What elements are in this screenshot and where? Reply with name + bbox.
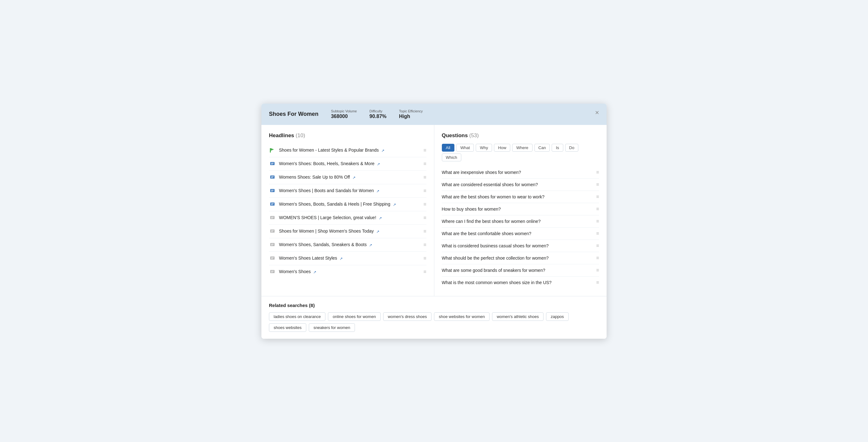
question-text: Where can I find the best shoes for wome… xyxy=(442,219,593,224)
svg-rect-22 xyxy=(271,245,273,245)
external-link[interactable]: ↗ xyxy=(313,270,316,274)
headline-text: Shoes for Women | Shop Women's Shoes Tod… xyxy=(279,229,420,234)
headline-item: WOMEN'S SHOES | Large Selection, great v… xyxy=(269,211,427,225)
question-text: What are considered essential shoes for … xyxy=(442,182,593,187)
close-button[interactable]: × xyxy=(593,109,601,117)
external-link[interactable]: ↗ xyxy=(377,162,380,166)
drag-handle-icon[interactable]: ≡ xyxy=(596,255,599,261)
drag-handle-icon[interactable]: ≡ xyxy=(596,194,599,200)
drag-handle-icon[interactable]: ≡ xyxy=(596,280,599,285)
headline-text: Women's Shoes, Boots, Sandals & Heels | … xyxy=(279,202,420,207)
related-tag[interactable]: zappos xyxy=(546,312,569,321)
related-tag[interactable]: online shoes for women xyxy=(328,312,380,321)
external-link[interactable]: ↗ xyxy=(393,203,396,207)
headline-icon xyxy=(269,214,276,221)
modal-container: Shoes For Women Subtopic Volume 368000 D… xyxy=(261,104,607,339)
headline-text: WOMEN'S SHOES | Large Selection, great v… xyxy=(279,215,420,220)
headline-text: Women's Shoes Latest Styles ↗ xyxy=(279,256,420,261)
related-tag[interactable]: women's athletic shoes xyxy=(492,312,544,321)
drag-handle-icon[interactable]: ≡ xyxy=(596,243,599,248)
filter-tab-do[interactable]: Do xyxy=(565,144,579,152)
headlines-count: (10) xyxy=(296,132,305,139)
question-item: What are inexpensive shoes for women? ≡ xyxy=(442,166,599,179)
related-title: Related searches (8) xyxy=(269,303,599,308)
svg-rect-16 xyxy=(271,218,273,218)
drag-handle-icon[interactable]: ≡ xyxy=(423,242,426,248)
question-text: What is considered business casual shoes… xyxy=(442,243,593,248)
headline-icon xyxy=(269,147,276,154)
drag-handle-icon[interactable]: ≡ xyxy=(423,161,426,167)
svg-rect-23 xyxy=(270,257,275,260)
modal-title: Shoes For Women xyxy=(269,111,318,117)
external-link[interactable]: ↗ xyxy=(381,148,384,153)
headlines-list: Shoes for Women - Latest Styles & Popula… xyxy=(269,144,427,278)
headline-item: Women's Shoes, Sandals, Sneakers & Boots… xyxy=(269,238,427,252)
external-link[interactable]: ↗ xyxy=(376,230,379,234)
svg-rect-28 xyxy=(271,272,273,272)
headline-text: Women's Shoes, Sandals, Sneakers & Boots… xyxy=(279,242,420,247)
drag-handle-icon[interactable]: ≡ xyxy=(423,188,426,194)
drag-handle-icon[interactable]: ≡ xyxy=(423,269,426,275)
drag-handle-icon[interactable]: ≡ xyxy=(596,182,599,187)
svg-rect-11 xyxy=(270,203,275,206)
external-link[interactable]: ↗ xyxy=(340,257,343,261)
drag-handle-icon[interactable]: ≡ xyxy=(423,256,426,261)
headline-icon xyxy=(269,187,276,194)
filter-tab-is[interactable]: Is xyxy=(552,144,563,152)
filter-tab-all[interactable]: All xyxy=(442,144,455,152)
filter-tab-which[interactable]: Which xyxy=(442,153,461,161)
related-tag[interactable]: shoe websites for women xyxy=(434,312,490,321)
external-link[interactable]: ↗ xyxy=(376,189,379,194)
svg-rect-21 xyxy=(271,244,274,244)
question-item: What is the most common women shoes size… xyxy=(442,276,599,289)
headlines-title: Headlines (10) xyxy=(269,132,427,139)
headline-icon xyxy=(269,268,276,275)
headline-icon xyxy=(269,201,276,208)
modal-header: Shoes For Women Subtopic Volume 368000 D… xyxy=(261,104,607,125)
svg-rect-27 xyxy=(271,271,274,271)
external-link[interactable]: ↗ xyxy=(379,216,382,220)
svg-rect-14 xyxy=(270,216,275,219)
drag-handle-icon[interactable]: ≡ xyxy=(423,215,426,221)
headline-item: Women's Shoes ↗ ≡ xyxy=(269,265,427,278)
external-link[interactable]: ↗ xyxy=(369,243,372,247)
svg-rect-8 xyxy=(270,189,275,192)
svg-rect-10 xyxy=(271,191,273,191)
svg-rect-2 xyxy=(270,162,275,165)
filter-tab-why[interactable]: Why xyxy=(476,144,492,152)
headline-text: Women's Shoes: Boots, Heels, Sneakers & … xyxy=(279,161,420,166)
filter-tab-how[interactable]: How xyxy=(494,144,510,152)
drag-handle-icon[interactable]: ≡ xyxy=(596,170,599,175)
related-tag[interactable]: shoes websites xyxy=(269,323,306,332)
svg-rect-15 xyxy=(271,217,274,217)
question-text: What are the best comfortable shoes wome… xyxy=(442,231,593,236)
drag-handle-icon[interactable]: ≡ xyxy=(596,231,599,236)
filter-tabs: AllWhatWhyHowWhereCanIsDoWhich xyxy=(442,144,599,161)
headline-text: Womens Shoes: Sale Up to 80% Off ↗ xyxy=(279,175,420,180)
drag-handle-icon[interactable]: ≡ xyxy=(596,267,599,273)
drag-handle-icon[interactable]: ≡ xyxy=(596,206,599,212)
headline-item: Shoes for Women - Latest Styles & Popula… xyxy=(269,144,427,157)
drag-handle-icon[interactable]: ≡ xyxy=(423,148,426,153)
drag-handle-icon[interactable]: ≡ xyxy=(423,202,426,207)
svg-rect-17 xyxy=(270,230,275,233)
related-tag[interactable]: ladies shoes on clearance xyxy=(269,312,326,321)
related-tag[interactable]: sneakers for women xyxy=(309,323,355,332)
stat-value-efficiency: High xyxy=(399,114,423,119)
related-tag[interactable]: women's dress shoes xyxy=(383,312,432,321)
header-stat-difficulty: Difficulty 90.87% xyxy=(369,109,386,119)
question-item: What are considered essential shoes for … xyxy=(442,179,599,191)
stat-label-volume: Subtopic Volume xyxy=(331,109,357,113)
headline-item: Shoes for Women | Shop Women's Shoes Tod… xyxy=(269,225,427,238)
filter-tab-where[interactable]: Where xyxy=(512,144,532,152)
drag-handle-icon[interactable]: ≡ xyxy=(423,229,426,234)
filter-tab-what[interactable]: What xyxy=(456,144,474,152)
svg-rect-0 xyxy=(270,148,271,153)
question-item: What are the best shoes for women to wea… xyxy=(442,191,599,203)
external-link[interactable]: ↗ xyxy=(352,175,355,180)
stat-value-volume: 368000 xyxy=(331,114,357,119)
drag-handle-icon[interactable]: ≡ xyxy=(596,218,599,224)
svg-rect-25 xyxy=(271,258,273,259)
filter-tab-can[interactable]: Can xyxy=(534,144,550,152)
drag-handle-icon[interactable]: ≡ xyxy=(423,175,426,180)
